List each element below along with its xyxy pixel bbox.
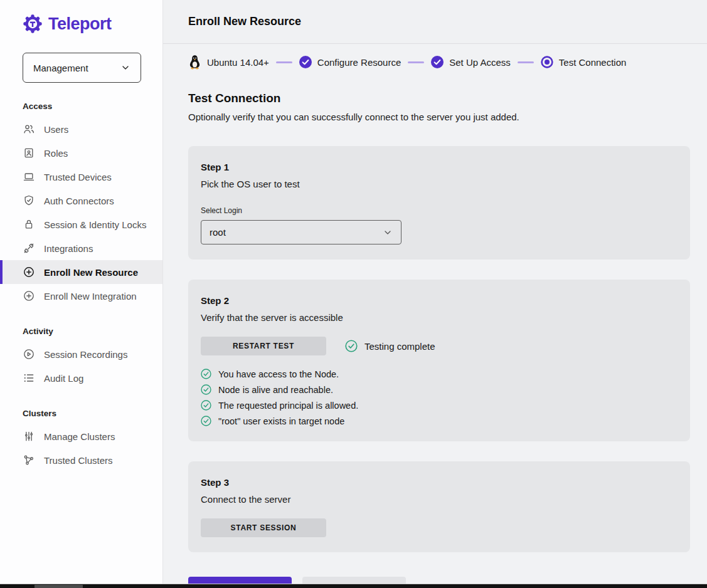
- section-label: Clusters: [0, 409, 162, 418]
- sidebar-item-session-identity-locks[interactable]: Session & Identity Locks: [0, 213, 162, 236]
- stepper-step-test-connection: Test Connection: [541, 56, 627, 68]
- plus-circle-icon: [23, 266, 35, 278]
- sliders-icon: [23, 430, 35, 443]
- login-select-dropdown[interactable]: root: [201, 220, 401, 244]
- check-item-text: Node is alive and reachable.: [218, 385, 333, 395]
- check-item-text: The requested principal is allowed.: [218, 401, 358, 411]
- sidebar-item-label: Users: [44, 124, 68, 135]
- play-circle-icon: [23, 348, 35, 360]
- sidebar-item-roles[interactable]: Roles: [0, 141, 162, 165]
- content-title: Test Connection: [188, 92, 690, 105]
- step-complete-check-icon: [431, 56, 444, 68]
- brand-name: Teleport: [48, 14, 112, 34]
- sidebar-section-activity: Activity Session Recordings Audit Log: [0, 327, 162, 390]
- check-item: Node is alive and reachable.: [201, 384, 678, 395]
- success-check-icon: [345, 340, 358, 352]
- sidebar-item-audit-log[interactable]: Audit Log: [0, 366, 162, 390]
- step2-title: Step 2: [201, 295, 678, 306]
- sidebar-item-integrations[interactable]: Integrations: [0, 236, 162, 260]
- chevron-down-icon: [120, 63, 130, 73]
- sidebar-section-clusters: Clusters Manage Clusters Trusted Cluster…: [0, 409, 162, 472]
- sidebar-item-trusted-clusters[interactable]: Trusted Clusters: [0, 448, 162, 472]
- page-header: Enroll New Resource: [163, 0, 707, 44]
- sidebar-item-users[interactable]: Users: [0, 117, 162, 141]
- network-icon: [23, 454, 35, 466]
- stepper-step-label: Set Up Access: [449, 57, 511, 68]
- sidebar-item-label: Enroll New Integration: [44, 291, 137, 302]
- laptop-icon: [23, 171, 35, 183]
- sidebar-item-trusted-devices[interactable]: Trusted Devices: [0, 165, 162, 189]
- main-pane: Enroll New Resource Ubuntu 14.04+: [163, 0, 707, 588]
- stepper-separator: [276, 61, 292, 63]
- sidebar-item-label: Audit Log: [44, 373, 83, 384]
- sidebar-item-label: Trusted Clusters: [44, 455, 112, 466]
- sidebar-section-access: Access Users Roles Trusted Devices: [0, 102, 162, 308]
- sidebar-item-label: Roles: [44, 148, 68, 159]
- scrollbar-thumb[interactable]: [35, 585, 83, 588]
- sidebar-item-label: Manage Clusters: [44, 431, 115, 442]
- teleport-logo[interactable]: Teleport: [0, 14, 162, 34]
- stepper-separator: [408, 61, 424, 63]
- users-icon: [23, 123, 35, 135]
- step1-card: Step 1 Pick the OS user to test Select L…: [188, 146, 690, 260]
- check-item: The requested principal is allowed.: [201, 400, 678, 411]
- list-icon: [23, 372, 35, 384]
- stepper-step-label: Configure Resource: [317, 57, 401, 68]
- enroll-stepper: Ubuntu 14.04+ Configure Resource Set Up …: [163, 44, 707, 78]
- step1-title: Step 1: [201, 162, 678, 172]
- step3-description: Connect to the server: [201, 494, 678, 505]
- step-active-radio-icon: [541, 56, 553, 68]
- stepper-resource: Ubuntu 14.04+: [188, 55, 269, 70]
- check-item: "root" user exists in target node: [201, 416, 678, 426]
- stepper-step-label: Test Connection: [559, 57, 627, 68]
- check-item-text: "root" user exists in target node: [218, 416, 344, 426]
- sidebar: Teleport Management Access Users Roles: [0, 0, 163, 588]
- mode-selector-dropdown[interactable]: Management: [23, 53, 141, 83]
- chevron-down-icon: [383, 228, 393, 238]
- sidebar-item-session-recordings[interactable]: Session Recordings: [0, 342, 162, 366]
- step3-card: Step 3 Connect to the server START SESSI…: [188, 461, 690, 552]
- lock-icon: [23, 218, 35, 231]
- test-check-list: You have access to the Node. Node is ali…: [201, 369, 678, 426]
- sidebar-item-label: Integrations: [44, 243, 93, 254]
- plus-circle-icon: [23, 290, 35, 302]
- step-complete-check-icon: [299, 56, 312, 68]
- success-check-icon: [201, 400, 211, 411]
- success-check-icon: [201, 369, 211, 379]
- check-item-text: You have access to the Node.: [218, 369, 339, 379]
- page-title: Enroll New Resource: [188, 15, 301, 28]
- sidebar-item-manage-clusters[interactable]: Manage Clusters: [0, 424, 162, 448]
- success-check-icon: [201, 416, 211, 426]
- stepper-resource-label: Ubuntu 14.04+: [207, 57, 269, 68]
- teleport-gear-icon: [23, 14, 43, 34]
- step3-title: Step 3: [201, 477, 678, 488]
- section-label: Access: [0, 102, 162, 111]
- test-status: Testing complete: [345, 340, 435, 352]
- stepper-step-set-up-access: Set Up Access: [431, 56, 511, 68]
- stepper-step-configure-resource: Configure Resource: [299, 56, 401, 68]
- sidebar-item-auth-connectors[interactable]: Auth Connectors: [0, 189, 162, 213]
- start-session-button[interactable]: START SESSION: [201, 518, 326, 537]
- sidebar-item-label: Enroll New Resource: [44, 267, 138, 278]
- step1-description: Pick the OS user to test: [201, 179, 678, 189]
- sidebar-item-enroll-new-resource[interactable]: Enroll New Resource: [0, 260, 162, 284]
- sidebar-item-label: Auth Connectors: [44, 196, 114, 206]
- shield-check-icon: [23, 194, 35, 207]
- content-area: Test Connection Optionally verify that y…: [163, 78, 707, 588]
- plug-icon: [23, 242, 35, 255]
- app-window: Teleport Management Access Users Roles: [0, 0, 707, 588]
- sidebar-item-label: Session & Identity Locks: [44, 219, 146, 230]
- step2-description: Verify that the server is accessible: [201, 312, 678, 323]
- section-label: Activity: [0, 327, 162, 336]
- restart-test-button[interactable]: RESTART TEST: [201, 337, 326, 355]
- check-item: You have access to the Node.: [201, 369, 678, 379]
- content-subtitle: Optionally verify that you can successfu…: [188, 112, 690, 122]
- horizontal-scrollbar[interactable]: [0, 584, 707, 588]
- roles-badge-icon: [23, 147, 35, 159]
- sidebar-item-label: Session Recordings: [44, 349, 127, 360]
- login-select-value: root: [210, 227, 226, 238]
- select-login-label: Select Login: [201, 206, 678, 215]
- stepper-separator: [518, 61, 534, 63]
- sidebar-item-label: Trusted Devices: [44, 172, 112, 182]
- sidebar-item-enroll-new-integration[interactable]: Enroll New Integration: [0, 284, 162, 308]
